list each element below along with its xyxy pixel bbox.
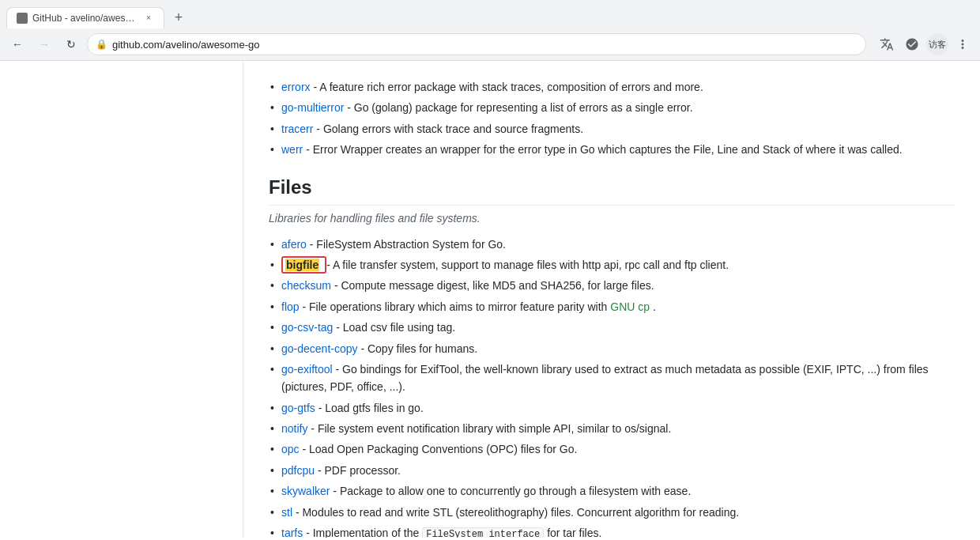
tab-close-button[interactable]: × xyxy=(143,13,154,24)
stl-link[interactable]: stl xyxy=(281,506,292,519)
profile-button[interactable]: 访客 xyxy=(926,33,948,55)
go-gtfs-desc: - Load gtfs files in go. xyxy=(318,402,424,414)
extension-icon[interactable] xyxy=(901,33,923,55)
menu-button[interactable] xyxy=(952,33,974,55)
files-section-desc: Libraries for handling files and file sy… xyxy=(269,212,955,225)
werr-desc: - Error Wrapper creates an wrapper for t… xyxy=(306,143,903,156)
go-gtfs-link[interactable]: go-gtfs xyxy=(281,402,315,414)
flop-desc2: . xyxy=(653,300,656,313)
address-bar[interactable]: 🔒 github.com/avelino/awesome-go xyxy=(87,33,866,55)
go-multierror-link[interactable]: go-multierror xyxy=(281,101,344,114)
list-item: werr - Error Wrapper creates an wrapper … xyxy=(269,139,955,160)
browser-chrome: GitHub - avelino/awesome-go... × + ← → ↻… xyxy=(0,0,980,61)
gnu-cp-link[interactable]: GNU cp xyxy=(610,300,650,313)
security-icon: 🔒 xyxy=(96,39,107,50)
errors-list: errorx - A feature rich error package wi… xyxy=(269,77,955,160)
list-item: flop - File operations library which aim… xyxy=(269,296,955,317)
files-section-title: Files xyxy=(269,176,955,206)
list-item: go-exiftool - Go bindings for ExifTool, … xyxy=(269,359,955,398)
list-item: stl - Modules to read and write STL (ste… xyxy=(269,502,955,523)
tracerr-link[interactable]: tracerr xyxy=(281,123,313,135)
bigfile-link[interactable]: bigfile xyxy=(285,259,319,271)
forward-button[interactable]: → xyxy=(33,33,55,55)
tab-title: GitHub - avelino/awesome-go... xyxy=(32,13,138,24)
list-item: afero - FileSystem Abstraction System fo… xyxy=(269,234,955,255)
pdfcpu-desc: - PDF processor. xyxy=(318,464,401,477)
files-list: afero - FileSystem Abstraction System fo… xyxy=(269,234,955,538)
list-item: go-multierror - Go (golang) package for … xyxy=(269,97,955,118)
tab-bar: GitHub - avelino/awesome-go... × + xyxy=(0,0,980,28)
tarfs-desc2: for tar files. xyxy=(547,527,601,538)
go-csv-tag-link[interactable]: go-csv-tag xyxy=(281,321,333,334)
left-sidebar xyxy=(0,61,243,538)
list-item: skywalker - Package to allow one to conc… xyxy=(269,481,955,501)
list-item: go-csv-tag - Load csv file using tag. xyxy=(269,317,955,338)
main-content: errorx - A feature rich error package wi… xyxy=(243,61,980,538)
toolbar-icons: 访客 xyxy=(876,33,974,55)
list-item: notify - File system event notification … xyxy=(269,418,955,439)
bigfile-item: bigfile - A file transfer system, suppor… xyxy=(269,255,955,275)
active-tab[interactable]: GitHub - avelino/awesome-go... × xyxy=(6,7,164,28)
afero-desc: - FileSystem Abstraction System for Go. xyxy=(310,238,506,251)
page-container: errorx - A feature rich error package wi… xyxy=(0,61,980,538)
tarfs-code: FileSystem interface xyxy=(422,527,544,538)
translate-icon[interactable] xyxy=(876,33,898,55)
navigation-bar: ← → ↻ 🔒 github.com/avelino/awesome-go 访客 xyxy=(0,28,980,60)
notify-link[interactable]: notify xyxy=(281,422,307,435)
pdfcpu-link[interactable]: pdfcpu xyxy=(281,464,315,477)
notify-desc: - File system event notification library… xyxy=(311,422,671,435)
list-item: errorx - A feature rich error package wi… xyxy=(269,77,955,97)
new-tab-button[interactable]: + xyxy=(168,6,190,28)
go-exiftool-desc: - Go bindings for ExifTool, the well-kno… xyxy=(281,363,929,393)
stl-desc: - Modules to read and write STL (stereol… xyxy=(296,506,739,519)
list-item: tracerr - Golang errors with stack trace… xyxy=(269,119,955,139)
checksum-desc: - Compute message digest, like MD5 and S… xyxy=(334,279,654,292)
go-multierror-desc: - Go (golang) package for representing a… xyxy=(347,101,692,114)
checksum-link[interactable]: checksum xyxy=(281,279,331,292)
flop-link[interactable]: flop xyxy=(281,300,300,313)
tab-favicon xyxy=(17,13,28,24)
tarfs-desc1: - Implementation of the xyxy=(306,527,422,538)
afero-link[interactable]: afero xyxy=(281,238,307,251)
go-exiftool-link[interactable]: go-exiftool xyxy=(281,363,333,376)
skywalker-link[interactable]: skywalker xyxy=(281,485,330,497)
errorx-desc: - A feature rich error package with stac… xyxy=(313,81,703,93)
skywalker-desc: - Package to allow one to concurrently g… xyxy=(333,485,691,497)
url-text: github.com/avelino/awesome-go xyxy=(112,39,858,51)
opc-desc: - Load Open Packaging Conventions (OPC) … xyxy=(302,443,577,455)
list-item: go-decent-copy - Copy files for humans. xyxy=(269,338,955,359)
flop-desc1: - File operations library which aims to … xyxy=(302,300,610,313)
bigfile-desc: - A file transfer system, support to man… xyxy=(326,259,729,271)
list-item: opc - Load Open Packaging Conventions (O… xyxy=(269,439,955,459)
list-item: pdfcpu - PDF processor. xyxy=(269,460,955,481)
list-item: checksum - Compute message digest, like … xyxy=(269,275,955,296)
go-csv-tag-desc: - Load csv file using tag. xyxy=(336,321,455,334)
errorx-link[interactable]: errorx xyxy=(281,81,311,93)
go-decent-copy-desc: - Copy files for humans. xyxy=(360,342,477,355)
opc-link[interactable]: opc xyxy=(281,443,300,455)
back-button[interactable]: ← xyxy=(6,33,28,55)
reload-button[interactable]: ↻ xyxy=(60,33,82,55)
tracerr-desc: - Golang errors with stack trace and sou… xyxy=(316,123,583,135)
tarfs-link[interactable]: tarfs xyxy=(281,527,303,538)
go-decent-copy-link[interactable]: go-decent-copy xyxy=(281,342,358,355)
werr-link[interactable]: werr xyxy=(281,143,303,156)
list-item: go-gtfs - Load gtfs files in go. xyxy=(269,398,955,418)
list-item: tarfs - Implementation of the FileSystem… xyxy=(269,523,955,538)
